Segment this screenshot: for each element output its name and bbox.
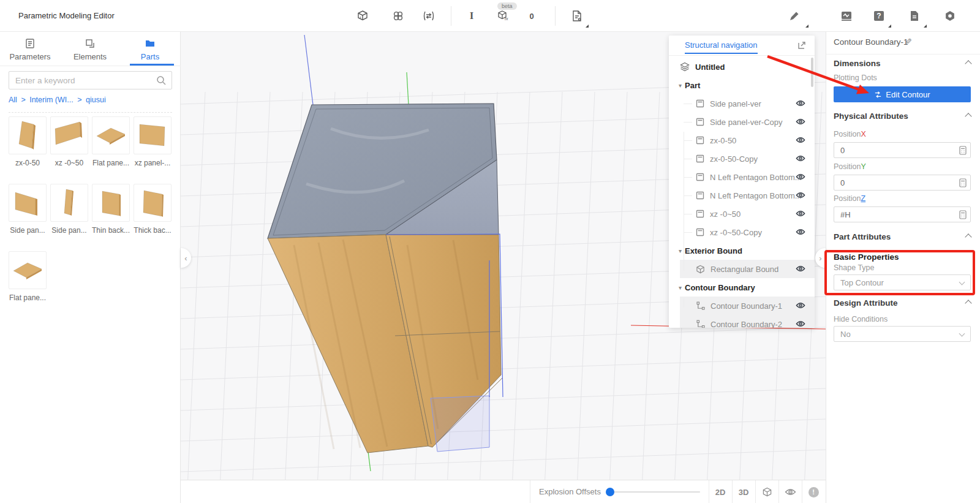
document-icon[interactable] (907, 9, 922, 23)
chevron-up-icon[interactable] (965, 113, 971, 119)
collapse-triangle-icon[interactable]: ▾ (679, 284, 682, 291)
tree-item-n-left-pentagon-bottom-2[interactable]: N Left Pentagon Bottom... (669, 186, 815, 205)
design-attribute-header[interactable]: Design Attribute (834, 298, 898, 308)
edit-contour-icon (874, 91, 882, 99)
nav-scrollbar[interactable] (811, 58, 813, 87)
tree-root-untitled[interactable]: Untitled (669, 58, 815, 76)
tree-item-rectangular-bound[interactable]: Rectangular Bound (680, 260, 815, 278)
axis-z-line (304, 35, 313, 105)
tree-item-zx-0-50-copy[interactable]: zx-0-50-Copy (669, 149, 815, 168)
visibility-eye-icon[interactable] (796, 154, 805, 165)
part-card[interactable] (9, 116, 47, 154)
tree-group-contour-boundary[interactable]: ▾ Contour Boundary (669, 278, 815, 297)
activity-monitor-icon[interactable] (839, 9, 854, 23)
tree-item-n-left-pentagon-bottom[interactable]: N Left Pentagon Bottom... (669, 168, 815, 186)
visibility-eye-icon[interactable] (796, 209, 805, 220)
svg-text:fx: fx (505, 17, 508, 21)
expand-panel-icon[interactable] (797, 41, 806, 52)
part-card[interactable] (134, 116, 172, 154)
part-attributes-header[interactable]: Part Attributes (834, 232, 891, 241)
collapse-triangle-icon[interactable]: ▾ (679, 82, 682, 89)
visibility-button[interactable] (778, 480, 802, 503)
part-card[interactable] (50, 184, 88, 222)
visibility-eye-icon[interactable] (796, 172, 805, 183)
explosion-offsets-slider[interactable] (608, 491, 700, 493)
chevron-up-icon[interactable] (965, 60, 971, 67)
layers-icon (680, 62, 690, 72)
shape-type-dropdown[interactable]: Top Contour (834, 274, 971, 290)
zero-state-icon[interactable]: 0 (524, 9, 539, 23)
bottombar-divider (530, 480, 530, 503)
tree-item-side-panel-ver-copy[interactable]: Side panel-ver-Copy (669, 113, 815, 131)
view-3d-button[interactable]: 3D (732, 480, 755, 503)
slider-thumb[interactable] (606, 488, 614, 496)
search-icon[interactable] (156, 75, 167, 88)
breadcrumb-interim[interactable]: Interim (WI... (29, 96, 74, 104)
edit-pencil-icon[interactable] (787, 9, 802, 23)
tab-elements[interactable]: Elements (60, 37, 120, 65)
swap-parameters-icon[interactable] (421, 9, 436, 23)
dropdown-corner (888, 25, 891, 28)
visibility-eye-icon[interactable] (796, 227, 805, 238)
hide-conditions-dropdown[interactable]: No (834, 326, 971, 342)
part-card[interactable] (50, 116, 88, 154)
breadcrumb-qiusui[interactable]: qiusui (86, 96, 106, 104)
breadcrumb-all[interactable]: All (9, 96, 17, 104)
part-card[interactable] (9, 184, 47, 222)
tree-group-part[interactable]: ▾ Part (669, 76, 815, 94)
isometric-cube-button[interactable] (755, 480, 778, 503)
tree-group-exterior-bound[interactable]: ▾ Exterior Bound (669, 241, 815, 260)
hide-conditions-label: Hide Conditions (834, 315, 888, 323)
rename-pencil-icon[interactable]: ✎ (905, 37, 912, 47)
visibility-eye-icon[interactable] (796, 301, 805, 312)
tree-item-zx-0-50[interactable]: zx-0-50 (669, 131, 815, 149)
physical-attributes-header[interactable]: Physical Attributes (834, 112, 908, 121)
part-card[interactable] (92, 116, 130, 154)
collapse-triangle-icon[interactable]: ▾ (679, 248, 682, 254)
calculator-icon[interactable] (959, 146, 967, 157)
document-settings-icon[interactable] (570, 9, 584, 23)
position-z-input[interactable] (840, 208, 951, 221)
position-y-input[interactable] (840, 176, 951, 189)
visibility-eye-icon[interactable] (796, 191, 805, 202)
view-2d-button[interactable]: 2D (709, 480, 732, 503)
part-card[interactable] (134, 184, 172, 222)
search-input[interactable] (15, 72, 150, 88)
tab-parts[interactable]: Parts (120, 37, 180, 65)
part-card[interactable] (92, 184, 130, 222)
visibility-eye-icon[interactable] (796, 117, 805, 128)
model-library-icon[interactable] (355, 9, 370, 23)
chevron-down-icon (959, 279, 965, 286)
tree-item-contour-boundary-2[interactable]: Contour Boundary-2 (680, 315, 815, 328)
tree-item-xz-0-50-copy[interactable]: xz -0~50-Copy (669, 223, 815, 241)
chevron-up-icon[interactable] (965, 233, 971, 240)
tree-item-xz-0-50[interactable]: xz -0~50 (669, 205, 815, 223)
edit-contour-button[interactable]: Edit Contour (834, 86, 971, 102)
panel-icon (696, 228, 704, 236)
warning-info-button[interactable]: ! (802, 480, 825, 503)
settings-nut-icon[interactable] (943, 9, 957, 23)
visibility-eye-icon[interactable] (796, 319, 805, 328)
help-icon[interactable]: ? (872, 9, 886, 23)
tab-parameters[interactable]: Parameters (0, 37, 60, 65)
part-label: Flat pane... (91, 159, 131, 167)
part-card[interactable] (9, 251, 47, 289)
pattern-knot-icon[interactable] (391, 9, 405, 23)
visibility-eye-icon[interactable] (796, 135, 805, 146)
dimensions-section-header[interactable]: Dimensions (834, 59, 881, 68)
visibility-eye-icon[interactable] (796, 264, 805, 275)
axis-y-line-bottom (368, 452, 371, 471)
tree-item-contour-boundary-1[interactable]: Contour Boundary-1 (680, 297, 815, 315)
parametric-cube-fx-icon[interactable]: fx (496, 9, 511, 23)
chevron-up-icon[interactable] (965, 300, 971, 306)
tree-item-side-panel-ver[interactable]: Side panel-ver (669, 94, 815, 113)
exclamation-icon: ! (809, 487, 819, 497)
part-label: Side pan... (49, 226, 89, 235)
calculator-icon[interactable] (959, 210, 967, 222)
visibility-eye-icon[interactable] (796, 99, 805, 110)
position-x-input[interactable] (840, 143, 951, 157)
calculator-icon[interactable] (959, 178, 967, 190)
structure-tree: Untitled ▾ Part Side panel-ver Side pane… (669, 58, 815, 328)
nav-title-tab[interactable]: Structural navigation (685, 40, 758, 54)
column-tool-icon[interactable]: I (464, 9, 479, 23)
